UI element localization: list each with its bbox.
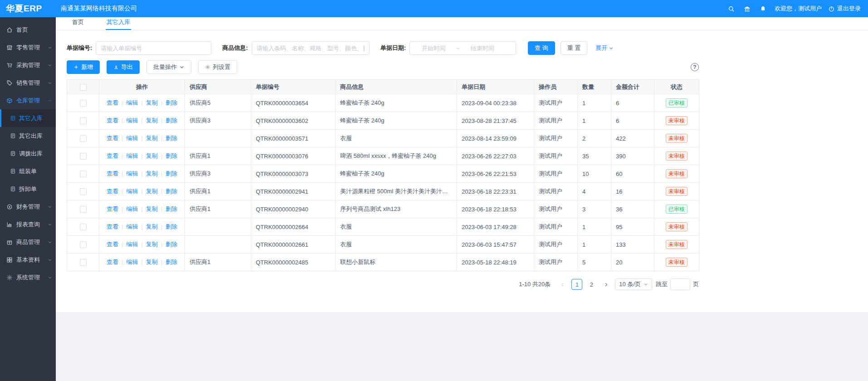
help-icon[interactable]: ? [691, 63, 699, 71]
page-button-2[interactable]: 2 [586, 279, 597, 290]
view-link[interactable]: 查看 [107, 223, 118, 230]
bill-no-input[interactable] [96, 41, 211, 55]
delete-link[interactable]: 删除 [166, 99, 177, 106]
search-button[interactable]: 查 询 [528, 41, 555, 55]
expand-toggle[interactable]: 展开 [595, 44, 614, 52]
row-checkbox[interactable] [80, 206, 87, 213]
copy-link[interactable]: 复制 [146, 205, 158, 212]
logout-label: 退出登录 [837, 5, 861, 13]
copy-link[interactable]: 复制 [146, 135, 158, 142]
sidebar-item-warehouse[interactable]: 仓库管理 [0, 92, 56, 109]
jump-input[interactable] [670, 278, 690, 290]
copy-link[interactable]: 复制 [146, 223, 158, 230]
delete-link[interactable]: 删除 [166, 117, 177, 124]
copy-link[interactable]: 复制 [146, 241, 158, 248]
delete-link[interactable]: 删除 [166, 223, 177, 230]
edit-link[interactable]: 编辑 [126, 241, 138, 248]
date-end-input[interactable] [462, 45, 503, 52]
copy-link[interactable]: 复制 [146, 259, 158, 265]
view-link[interactable]: 查看 [107, 99, 118, 106]
edit-link[interactable]: 编辑 [126, 117, 138, 124]
reset-button[interactable]: 重 置 [561, 41, 588, 55]
add-button[interactable]: 新增 [67, 60, 100, 74]
next-page-button[interactable] [600, 279, 611, 290]
view-link[interactable]: 查看 [107, 152, 118, 159]
row-checkbox[interactable] [80, 224, 87, 230]
delete-link[interactable]: 删除 [166, 188, 177, 195]
select-all-header-cell [67, 80, 99, 94]
edit-link[interactable]: 编辑 [126, 223, 138, 230]
delete-link[interactable]: 删除 [166, 205, 177, 212]
bank-icon[interactable] [744, 5, 751, 12]
edit-link[interactable]: 编辑 [126, 99, 138, 106]
row-checkbox[interactable] [80, 259, 87, 266]
batch-actions-label: 批量操作 [153, 63, 177, 71]
sidebar-item-report[interactable]: 报表查询 [0, 215, 56, 233]
delete-link[interactable]: 删除 [166, 152, 177, 159]
sidebar-item-sale[interactable]: 销售管理 [0, 74, 56, 92]
row-checkbox[interactable] [80, 135, 87, 142]
column-settings-button[interactable]: 列设置 [198, 60, 237, 74]
delete-link[interactable]: 删除 [166, 259, 177, 265]
edit-link[interactable]: 编辑 [126, 259, 138, 265]
sidebar-item-retail[interactable]: 零售管理 [0, 39, 56, 56]
view-link[interactable]: 查看 [107, 188, 118, 195]
sidebar-subitem-assemble[interactable]: 组装单 [0, 162, 56, 180]
sidebar-subitem-other-out[interactable]: 其它出库 [0, 127, 56, 145]
sidebar-subitem-allot-out[interactable]: 调拨出库 [0, 145, 56, 162]
tab-other-in[interactable]: 其它入库 [106, 16, 131, 30]
view-link[interactable]: 查看 [107, 205, 118, 212]
edit-link[interactable]: 编辑 [126, 188, 138, 195]
edit-link[interactable]: 编辑 [126, 152, 138, 159]
row-checkbox[interactable] [80, 117, 87, 124]
row-checkbox[interactable] [80, 171, 87, 177]
copy-link[interactable]: 复制 [146, 170, 158, 177]
product-info-input[interactable] [252, 41, 370, 55]
page-size-select[interactable]: 10 条/页 [615, 278, 652, 290]
view-link[interactable]: 查看 [107, 170, 118, 177]
view-link[interactable]: 查看 [107, 117, 118, 124]
delete-link[interactable]: 删除 [166, 241, 177, 248]
cell-operator: 测试用户 [534, 130, 578, 147]
prev-page-button[interactable] [557, 279, 568, 290]
cell-supplier [185, 218, 251, 236]
copy-link[interactable]: 复制 [146, 99, 158, 106]
chevron-down-icon [48, 81, 52, 85]
view-link[interactable]: 查看 [107, 241, 118, 248]
search-icon[interactable] [728, 5, 735, 12]
logout-button[interactable]: 退出登录 [828, 5, 861, 13]
row-checkbox[interactable] [80, 188, 87, 195]
edit-link[interactable]: 编辑 [126, 205, 138, 212]
tab-home[interactable]: 首页 [71, 16, 85, 30]
view-link[interactable]: 查看 [107, 259, 118, 265]
copy-link[interactable]: 复制 [146, 152, 158, 159]
date-start-input[interactable] [413, 45, 454, 52]
sidebar-item-system[interactable]: 系统管理 [0, 269, 56, 286]
delete-link[interactable]: 删除 [166, 135, 177, 142]
sidebar-item-goods[interactable]: 商品管理 [0, 233, 56, 251]
edit-link[interactable]: 编辑 [126, 135, 138, 142]
sidebar-subitem-other-in[interactable]: 其它入库 [0, 109, 56, 127]
delete-link[interactable]: 删除 [166, 170, 177, 177]
view-link[interactable]: 查看 [107, 135, 118, 142]
row-checkbox[interactable] [80, 100, 87, 107]
chevron-down-icon [48, 222, 52, 227]
sidebar-subitem-label: 其它入库 [19, 114, 43, 122]
select-all-checkbox[interactable] [80, 84, 87, 91]
batch-actions-button[interactable]: 批量操作 [146, 60, 191, 74]
row-checkbox[interactable] [80, 241, 87, 248]
copy-link[interactable]: 复制 [146, 188, 158, 195]
bell-icon[interactable] [760, 5, 766, 12]
edit-link[interactable]: 编辑 [126, 170, 138, 177]
export-button[interactable]: 导出 [107, 60, 140, 74]
page-button-1[interactable]: 1 [571, 279, 582, 290]
row-checkbox[interactable] [80, 153, 87, 160]
sidebar-item-finance[interactable]: 财务管理 [0, 198, 56, 215]
date-range-picker[interactable]: ~ [410, 41, 516, 55]
sidebar-subitem-disassemble[interactable]: 拆卸单 [0, 180, 56, 198]
doc-icon [10, 115, 16, 121]
sidebar-item-home[interactable]: 首页 [0, 21, 56, 39]
sidebar-item-purchase[interactable]: 采购管理 [0, 56, 56, 74]
sidebar-item-basic[interactable]: 基本资料 [0, 251, 56, 269]
copy-link[interactable]: 复制 [146, 117, 158, 124]
